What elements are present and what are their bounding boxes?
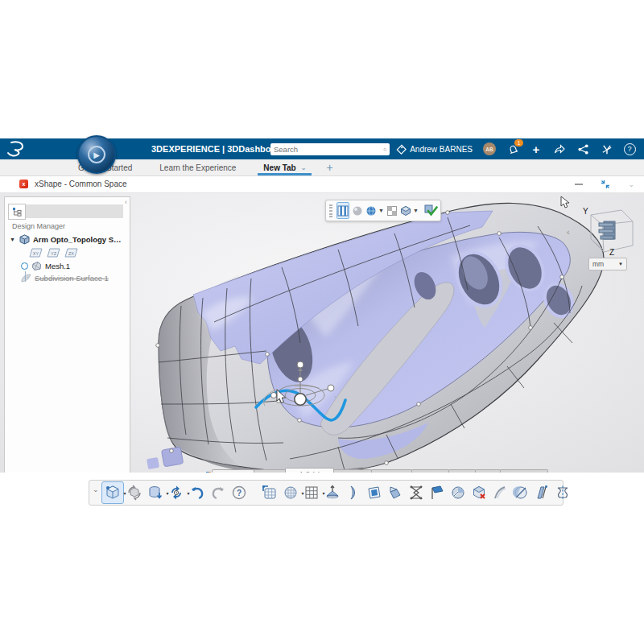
tab-learn-the-experience[interactable]: Learn the Experience: [146, 159, 250, 175]
symmetry-button[interactable]: [552, 482, 573, 503]
section-essentials[interactable]: Essentials: [212, 469, 254, 473]
undo-button[interactable]: [187, 482, 208, 503]
chevron-down-icon[interactable]: ⌄: [301, 164, 307, 171]
box-primitive-icon: [262, 485, 278, 501]
3ds-logo: [6, 140, 31, 158]
section-tools[interactable]: Tools: [448, 469, 476, 473]
section-subdivision[interactable]: Subdivision: [285, 468, 334, 473]
fold-surface-button[interactable]: [385, 482, 406, 503]
box-primitive-button[interactable]: [259, 482, 280, 503]
tree-view-button[interactable]: [8, 204, 26, 220]
lattice-button[interactable]: [406, 482, 427, 503]
zebra-analysis-icon: [337, 205, 349, 217]
tree-root-item[interactable]: ▼ Arm Opto_Topology Study 1_deform...: [10, 233, 126, 246]
ok-validate-button[interactable]: [424, 203, 438, 218]
sphere-primitive-button[interactable]: ▾: [280, 482, 301, 503]
swym-icon[interactable]: [600, 142, 613, 155]
tab-new-tab[interactable]: New Tab⌄: [250, 159, 320, 175]
drag-handle[interactable]: [329, 204, 332, 217]
frame-face-button[interactable]: [364, 482, 385, 503]
top-bar: ▶ 3DEXPERIENCE | 3DDashboard My First Da…: [0, 138, 644, 159]
render-style-button[interactable]: [365, 203, 377, 218]
section-marketplace[interactable]: Marketplace: [500, 469, 548, 473]
edit-curve-button[interactable]: [489, 482, 510, 503]
help-button[interactable]: ?: [229, 482, 250, 503]
section-lifecycle[interactable]: Lifecycle: [411, 469, 449, 473]
transparency-icon: [386, 205, 398, 217]
material-sphere-button[interactable]: [352, 203, 363, 218]
symmetry-icon: [555, 485, 571, 501]
grid-modify-button[interactable]: ▾: [301, 482, 322, 503]
chevron-down-icon: ▼: [618, 262, 623, 266]
chevron-down-icon[interactable]: ▼: [413, 208, 419, 213]
brand-bold: 3DEXPERIENCE | 3DDashboard: [151, 144, 285, 154]
tree-icon: [12, 207, 22, 217]
avatar[interactable]: AB: [483, 142, 496, 155]
mesh-item-label: Mesh.1: [45, 262, 70, 270]
user-name[interactable]: Andrew BARNES: [410, 145, 473, 154]
bend-surface-button[interactable]: [343, 482, 364, 503]
lattice-icon: [408, 485, 424, 501]
add-tab-icon[interactable]: +: [326, 161, 332, 174]
sphere-primitive-icon: [283, 485, 299, 501]
redo-button[interactable]: [208, 482, 229, 503]
add-icon[interactable]: +: [530, 142, 543, 155]
dock-collapse-icon[interactable]: ⌄: [93, 485, 99, 493]
root-item-label: Arm Opto_Topology Study 1_deform...: [33, 235, 122, 244]
section-assembly[interactable]: Assembly: [371, 469, 412, 473]
plane-yz[interactable]: YZ: [47, 248, 60, 258]
cut-sphere-button[interactable]: [448, 482, 469, 503]
section-features[interactable]: Features: [333, 469, 372, 473]
fold-surface-icon: [387, 485, 403, 501]
mouse-cursor: [560, 196, 570, 208]
render-style-icon: [365, 205, 377, 217]
section-sketch[interactable]: Sketch: [254, 469, 286, 473]
tree-mesh-item[interactable]: Mesh.1: [10, 260, 126, 272]
update-button[interactable]: ▾: [166, 482, 187, 503]
transparency-button[interactable]: [386, 203, 398, 218]
screen: ▶ 3DEXPERIENCE | 3DDashboard My First Da…: [0, 0, 644, 644]
subdivision-design-button[interactable]: ▾: [101, 481, 124, 504]
extrude-face-button[interactable]: [322, 482, 343, 503]
design-manager-panel: ‹ Design Manager ▼ Arm Opto_Topology Stu…: [4, 196, 130, 473]
units-select[interactable]: mm ▼: [588, 258, 627, 270]
insert-face-button[interactable]: [427, 482, 448, 503]
search-input[interactable]: [270, 145, 383, 154]
save-manage-button[interactable]: ▾: [145, 482, 166, 503]
view-mode-button[interactable]: [400, 203, 411, 218]
compass-logo[interactable]: ▶: [77, 135, 116, 174]
viewport-3d[interactable]: ▼ ▼ Y Z ‹: [0, 192, 644, 473]
undo-icon: [189, 485, 205, 501]
plane-zx[interactable]: ZX: [64, 248, 78, 258]
bell-icon[interactable]: 1: [506, 142, 519, 155]
manipulate-button[interactable]: [124, 482, 145, 503]
delete-face-button[interactable]: [469, 482, 489, 503]
restore-icon[interactable]: [601, 180, 610, 189]
minimize-icon[interactable]: [575, 184, 583, 185]
chevron-down-icon[interactable]: ▼: [378, 208, 384, 213]
panel-collapse-left-icon[interactable]: ‹: [567, 227, 570, 237]
tree-subdivision-item[interactable]: Subdivision Surface 1: [21, 272, 126, 284]
offset-face-icon: [534, 485, 550, 501]
share-forward-icon[interactable]: [553, 142, 566, 155]
notification-badge: 1: [514, 139, 523, 147]
offset-face-button[interactable]: [531, 482, 552, 503]
delete-face-icon: [471, 485, 487, 501]
play-icon: ▶: [88, 146, 105, 163]
section-view[interactable]: View: [475, 469, 501, 473]
app-header: x xShape - Common Space ⌄: [0, 175, 644, 193]
tag-icon[interactable]: [394, 142, 407, 155]
expand-arrow-icon[interactable]: ▼: [10, 237, 16, 242]
material-sphere-icon: [352, 205, 363, 217]
help-icon[interactable]: ?: [623, 142, 636, 155]
plane-xy[interactable]: XY: [29, 248, 43, 258]
split-body-button[interactable]: [510, 482, 531, 503]
subdivision-surface-icon: [21, 273, 31, 283]
share-nodes-icon[interactable]: [576, 142, 589, 155]
ok-check-icon: [424, 204, 438, 217]
extrude-face-icon: [324, 485, 341, 501]
manipulate-icon: [126, 485, 142, 501]
panel-collapse-icon[interactable]: ‹: [125, 198, 127, 206]
collapse-icon[interactable]: ⌄: [628, 180, 634, 188]
zebra-analysis-button[interactable]: [336, 202, 349, 219]
